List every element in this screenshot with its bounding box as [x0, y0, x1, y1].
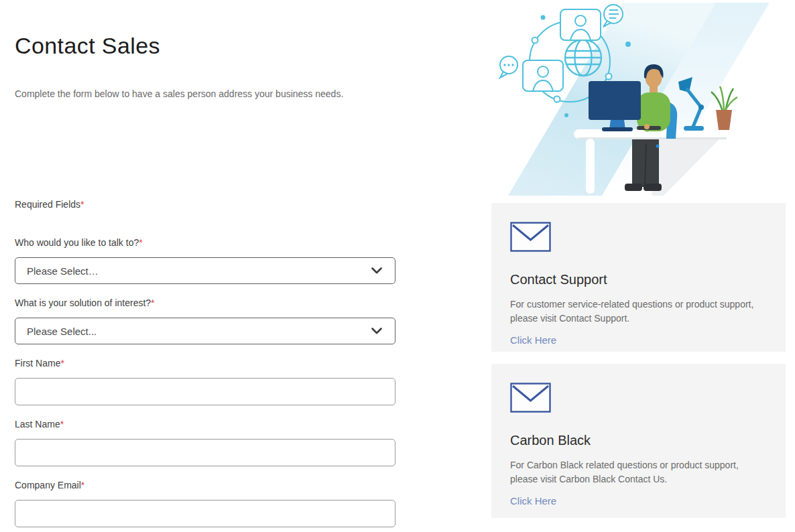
solution-field: What is your solution of interest?* Plea…	[15, 297, 395, 344]
required-fields-text: Required Fields	[15, 199, 80, 210]
page-title: Contact Sales	[15, 32, 395, 59]
required-asterisk: *	[139, 237, 142, 248]
last-name-label: Last Name*	[15, 419, 395, 430]
hand	[644, 124, 650, 129]
contact-form-section: Contact Sales Complete the form below to…	[15, 0, 395, 527]
contact-sidebar: Contact Support For customer service-rel…	[491, 0, 786, 518]
first-name-input[interactable]	[15, 378, 395, 405]
card-title: Contact Support	[510, 271, 767, 287]
required-asterisk: *	[151, 297, 154, 308]
card-body: For customer service-related questions o…	[510, 297, 767, 326]
chevron-down-icon	[371, 267, 382, 274]
card-body: For Carbon Black related questions or pr…	[510, 458, 767, 486]
company-email-input[interactable]	[15, 500, 395, 527]
select-value: Please Select…	[27, 265, 99, 277]
talk-to-field: Who would you like to talk to?* Please S…	[15, 237, 395, 284]
required-fields-note: Required Fields*	[15, 199, 395, 210]
card-title: Carbon Black	[510, 432, 767, 448]
company-email-label: Company Email*	[15, 480, 395, 491]
envelope-icon	[510, 222, 551, 252]
solution-label: What is your solution of interest?*	[15, 297, 395, 309]
contact-illustration	[488, 3, 791, 196]
carbon-black-link[interactable]: Click Here	[510, 495, 556, 507]
solution-select[interactable]: Please Select...	[15, 318, 395, 344]
contact-support-link[interactable]: Click Here	[510, 334, 556, 346]
first-name-label: First Name*	[15, 358, 395, 369]
dot-icon	[541, 15, 546, 20]
required-asterisk: *	[81, 480, 84, 490]
required-asterisk: *	[60, 358, 64, 369]
page-subtitle: Complete the form below to have a sales …	[15, 87, 395, 101]
dot-icon	[564, 113, 568, 117]
contact-support-card: Contact Support For customer service-rel…	[491, 203, 786, 352]
last-name-input[interactable]	[15, 439, 395, 466]
talk-to-select[interactable]: Please Select…	[15, 257, 395, 284]
chat-bubble-dots-icon	[500, 56, 517, 78]
talk-to-label: Who would you like to talk to?*	[15, 237, 395, 249]
user-avatar-frame-icon	[560, 9, 601, 40]
first-name-field: First Name*	[15, 358, 395, 405]
chevron-down-icon	[371, 328, 382, 334]
select-value: Please Select...	[27, 326, 97, 337]
desk-shadow	[652, 139, 719, 196]
company-email-field: Company Email*	[15, 480, 395, 527]
dot-icon	[625, 42, 631, 47]
user-avatar-frame-icon	[523, 60, 563, 91]
required-asterisk: *	[60, 419, 64, 429]
last-name-field: Last Name*	[15, 419, 395, 466]
required-asterisk: *	[80, 199, 84, 210]
envelope-icon	[510, 383, 551, 413]
carbon-black-card: Carbon Black For Carbon Black related qu…	[491, 364, 786, 518]
